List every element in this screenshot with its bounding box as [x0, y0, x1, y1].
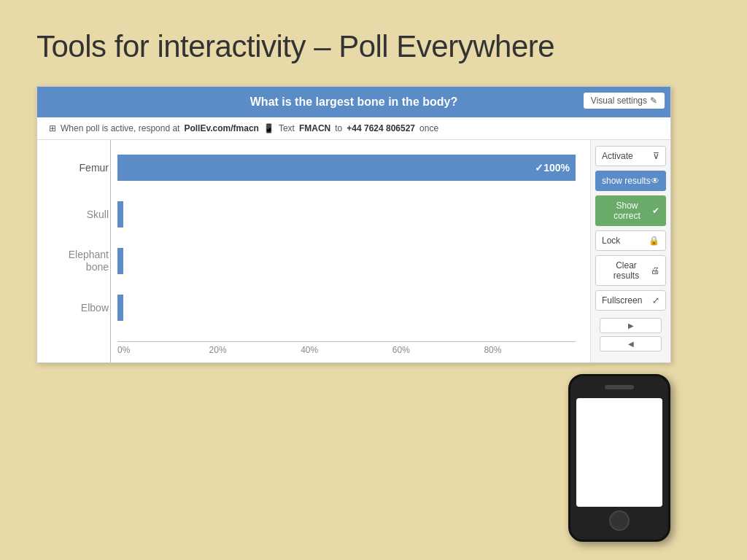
subheader-suffix: once — [419, 123, 438, 133]
bar-fill-elbow — [117, 295, 123, 321]
chart-row-skull: Skull — [44, 201, 576, 228]
fullscreen-button[interactable]: Fullscreen ⤢ — [595, 290, 666, 311]
activate-button[interactable]: Activate ⊽ — [595, 146, 666, 166]
eye-icon: 👁 — [651, 176, 659, 186]
x-label-80: 80% — [484, 342, 576, 355]
x-label-40: 40% — [301, 342, 392, 355]
check-icon: ✔ — [652, 206, 659, 216]
filter-icon: ⊽ — [653, 151, 659, 161]
x-label-60: 60% — [392, 342, 484, 355]
label-femur: Femur — [44, 162, 117, 174]
phone-screen — [576, 398, 662, 507]
label-skull: Skull — [44, 209, 117, 220]
text-code: FMACN — [299, 123, 330, 133]
subheader-to: to — [335, 123, 342, 133]
show-results-button[interactable]: show results 👁 — [595, 171, 666, 191]
slide-title: Tools for interactivity – Poll Everywher… — [36, 29, 711, 64]
scroll-right-button[interactable]: ▶ — [600, 318, 662, 333]
x-label-0: 0% — [117, 342, 209, 355]
chart-row-elephant-bone: Elephantbone — [44, 248, 576, 274]
poll-url: PollEv.com/fmacn — [184, 123, 258, 133]
x-axis: 0% 20% 40% 60% 80% — [117, 341, 576, 355]
pencil-icon: ✎ — [650, 96, 657, 106]
visual-settings-button[interactable]: Visual settings ✎ — [584, 93, 665, 109]
subheader-prefix: When poll is active, respond at — [61, 123, 179, 133]
bar-elephant-bone — [117, 248, 576, 274]
poll-body: Femur ✓100% Skull Elephantb — [37, 140, 670, 362]
subheader-text-label: Text — [279, 123, 295, 133]
scroll-left-button[interactable]: ◀ — [600, 336, 662, 351]
clear-results-button[interactable]: Clear results 🖨 — [595, 255, 666, 286]
checkmark-femur: ✓100% — [535, 162, 570, 174]
chart-row-elbow: Elbow — [44, 295, 576, 321]
slide-container: Tools for interactivity – Poll Everywher… — [0, 0, 747, 560]
lock-label: Lock — [602, 236, 620, 246]
phone-illustration — [568, 374, 685, 549]
phone-number: +44 7624 806527 — [347, 123, 415, 133]
bar-femur: ✓100% — [117, 155, 576, 181]
phone-body — [568, 374, 670, 542]
label-elephant-bone: Elephantbone — [44, 249, 117, 273]
fullscreen-icon: ⤢ — [652, 295, 659, 306]
bar-elbow — [117, 295, 576, 321]
poll-question: What is the largest bone in the body? — [250, 96, 457, 108]
phone-speaker — [605, 385, 634, 389]
visual-settings-label: Visual settings — [591, 96, 647, 106]
chart-row-femur: Femur ✓100% — [44, 155, 576, 181]
show-correct-label: Show correct — [602, 201, 652, 221]
bar-fill-femur: ✓100% — [117, 155, 576, 181]
lock-icon: 🔒 — [649, 236, 659, 246]
phone-home-button — [609, 510, 630, 531]
poll-header: What is the largest bone in the body? Vi… — [37, 87, 670, 117]
poll-subheader: ⊞ When poll is active, respond at PollEv… — [37, 117, 670, 140]
scroll-arrows: ▶ ◀ — [595, 315, 666, 354]
poll-icon: ⊞ — [49, 123, 56, 133]
poll-widget: What is the largest bone in the body? Vi… — [36, 86, 671, 363]
x-label-20: 20% — [209, 342, 301, 355]
bar-fill-elephant-bone — [117, 248, 123, 274]
label-elbow: Elbow — [44, 302, 117, 314]
bar-skull — [117, 201, 576, 228]
fullscreen-label: Fullscreen — [602, 295, 642, 306]
phone-icon: 📱 — [263, 123, 274, 133]
clear-results-label: Clear results — [602, 260, 651, 281]
chart-vertical-line — [110, 140, 111, 362]
bar-fill-skull — [117, 201, 123, 228]
lock-button[interactable]: Lock 🔒 — [595, 230, 666, 251]
show-correct-button[interactable]: Show correct ✔ — [595, 195, 666, 226]
activate-label: Activate — [602, 151, 633, 161]
sidebar-panel: Activate ⊽ show results 👁 Show correct ✔… — [590, 140, 670, 362]
show-results-label: show results — [602, 176, 651, 186]
printer-icon: 🖨 — [651, 265, 659, 276]
chart-area: Femur ✓100% Skull Elephantb — [37, 140, 590, 362]
